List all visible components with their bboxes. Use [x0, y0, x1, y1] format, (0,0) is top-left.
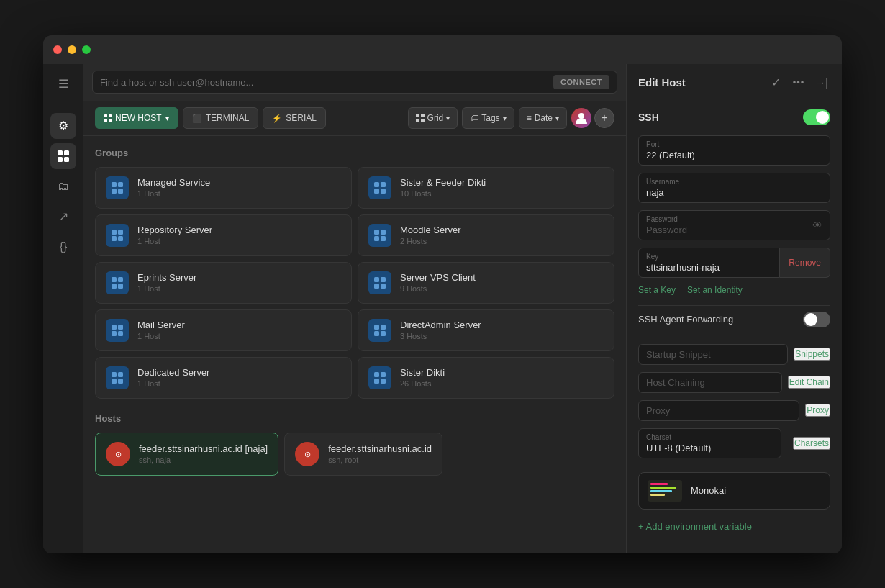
host-card-feeder-naja[interactable]: ⊙ feeder.sttsinarhusni.ac.id [naja] ssh,…: [95, 433, 278, 476]
username-group: Username naja: [638, 173, 830, 203]
avatar-icon: [574, 111, 589, 125]
tags-dropdown-icon: ▾: [503, 114, 507, 122]
password-field[interactable]: Password Password 👁: [638, 210, 830, 240]
svg-rect-37: [112, 325, 117, 330]
group-card-mail[interactable]: Mail Server 1 Host: [95, 309, 352, 351]
search-input[interactable]: [100, 77, 549, 88]
forwarding-toggle[interactable]: [803, 312, 830, 327]
svg-rect-36: [381, 284, 386, 289]
grid-icon: [104, 114, 112, 122]
group-card-eprints[interactable]: Eprints Server 1 Host: [95, 262, 352, 304]
group-info: Repository Server 1 Host: [137, 225, 341, 245]
group-card-managed-service[interactable]: Managed Service 1 Host: [95, 167, 352, 209]
svg-rect-13: [112, 182, 117, 187]
password-group: Password Password 👁: [638, 210, 830, 240]
proxy-row: Proxy Proxy: [638, 400, 830, 421]
maximize-button[interactable]: [82, 45, 91, 54]
proxy-button[interactable]: Proxy: [805, 404, 830, 417]
eye-icon[interactable]: 👁: [812, 220, 822, 231]
svg-rect-11: [421, 119, 425, 122]
svg-rect-15: [112, 189, 117, 194]
minimize-button[interactable]: [68, 45, 76, 54]
key-row: Key sttsinarhusni-naja Remove: [638, 248, 830, 278]
group-card-sister-dikti[interactable]: Sister Dikti 26 Hosts: [358, 357, 614, 399]
settings-icon[interactable]: ⚙: [50, 113, 76, 139]
host-card-feeder-root[interactable]: ⊙ feeder.sttsinarhusni.ac.id ssh, root: [284, 433, 442, 476]
code-icon[interactable]: {}: [50, 234, 76, 260]
avatar[interactable]: [571, 108, 591, 128]
connect-button[interactable]: CONNECT: [553, 75, 609, 89]
close-button[interactable]: [53, 45, 62, 54]
username-field[interactable]: Username naja: [638, 173, 830, 203]
remove-key-button[interactable]: Remove: [780, 248, 830, 278]
svg-rect-9: [421, 114, 425, 117]
svg-rect-22: [118, 230, 123, 235]
tags-button[interactable]: 🏷 Tags ▾: [462, 107, 514, 129]
group-info: Mail Server 1 Host: [137, 320, 341, 340]
add-env-variable-button[interactable]: + Add environment variable: [638, 521, 752, 532]
ssh-toggle[interactable]: [803, 109, 830, 125]
group-count: 1 Host: [137, 189, 341, 198]
svg-rect-7: [109, 119, 112, 122]
search-bar[interactable]: CONNECT: [92, 71, 617, 94]
svg-rect-28: [381, 236, 386, 241]
new-host-button[interactable]: NEW HOST ▾: [95, 107, 178, 129]
group-info: DirectAdmin Server 3 Hosts: [400, 320, 604, 340]
set-key-button[interactable]: Set a Key: [638, 285, 676, 295]
group-card-repository[interactable]: Repository Server 1 Host: [95, 214, 352, 256]
host-chaining-field[interactable]: Host Chaining: [638, 372, 782, 393]
group-card-moodle[interactable]: Moodle Server 2 Hosts: [358, 214, 614, 256]
group-name: Mail Server: [137, 320, 341, 330]
group-icon: [106, 224, 129, 247]
forwarding-row: SSH Agent Forwarding: [638, 312, 830, 327]
host-icon: ⊙: [295, 442, 319, 466]
startup-snippet-field[interactable]: Startup Snippet: [638, 344, 788, 365]
snippets-button[interactable]: Snippets: [794, 348, 830, 361]
svg-rect-14: [118, 182, 123, 187]
group-card-dedicated[interactable]: Dedicated Server 1 Host: [95, 357, 352, 399]
charset-field[interactable]: Charset UTF-8 (Default): [638, 428, 781, 458]
group-card-vps[interactable]: Server VPS Client 9 Hosts: [358, 262, 614, 304]
dropdown-arrow[interactable]: ▾: [165, 114, 169, 122]
key-field[interactable]: Key sttsinarhusni-naja: [638, 248, 780, 278]
charset-value: UTF-8 (Default): [646, 443, 773, 453]
svg-rect-18: [381, 182, 386, 187]
hosts-section-title: Hosts: [95, 413, 614, 424]
proxy-field[interactable]: Proxy: [638, 400, 799, 421]
more-button[interactable]: •••: [790, 74, 807, 91]
port-field[interactable]: Port 22 (Default): [638, 135, 830, 166]
group-name: Server VPS Client: [400, 272, 604, 283]
add-user-button[interactable]: +: [594, 108, 614, 128]
group-card-sister-feeder[interactable]: Sister & Feeder Dikti 10 Hosts: [358, 167, 614, 209]
svg-rect-8: [416, 114, 419, 117]
group-count: 3 Hosts: [400, 332, 604, 340]
group-count: 2 Hosts: [400, 237, 604, 245]
serial-button[interactable]: ⚡ SERIAL: [263, 107, 326, 129]
group-icon: [368, 224, 391, 247]
svg-rect-27: [374, 236, 379, 241]
group-name: Managed Service: [137, 177, 341, 188]
group-card-directadmin[interactable]: DirectAdmin Server 3 Hosts: [358, 309, 614, 351]
group-info: Eprints Server 1 Host: [137, 272, 341, 293]
ssh-toggle-row: SSH: [638, 109, 830, 125]
theme-card[interactable]: Monokai: [638, 472, 830, 510]
charsets-button[interactable]: Charsets: [793, 437, 830, 450]
transfer-icon[interactable]: ↗: [50, 204, 76, 230]
charset-label: Charset: [646, 433, 773, 441]
set-identity-button[interactable]: Set an Identity: [687, 285, 743, 295]
exit-panel-button[interactable]: →|: [813, 74, 830, 91]
files-icon[interactable]: 🗂: [50, 173, 76, 199]
edit-chain-button[interactable]: Edit Chain: [788, 376, 830, 389]
hosts-icon[interactable]: [50, 143, 76, 169]
terminal-button[interactable]: ⬛ TERMINAL: [183, 107, 259, 129]
menu-icon[interactable]: ☰: [50, 71, 76, 97]
group-info: Server VPS Client 9 Hosts: [400, 272, 604, 293]
key-value: sttsinarhusni-naja: [646, 262, 772, 273]
ssh-label: SSH: [638, 112, 803, 123]
date-button[interactable]: ≡ Date ▾: [519, 107, 567, 129]
check-button[interactable]: ✓: [767, 74, 784, 91]
group-count: 26 Hosts: [400, 379, 604, 388]
grid-view-button[interactable]: Grid ▾: [408, 107, 458, 129]
svg-rect-4: [104, 114, 107, 117]
svg-rect-43: [374, 331, 379, 336]
